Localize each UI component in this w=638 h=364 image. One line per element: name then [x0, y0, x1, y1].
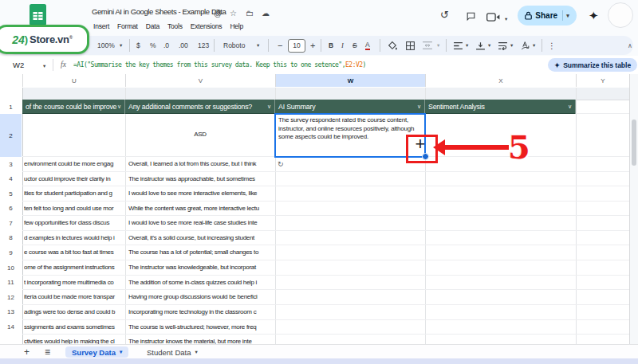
horizontal-align-caret-icon[interactable]: ▾ — [466, 36, 468, 55]
column-header-w[interactable]: W — [276, 74, 426, 87]
vertical-scrollbar[interactable] — [629, 74, 638, 344]
vertical-align-caret-icon[interactable]: ▾ — [488, 36, 490, 55]
zoom-caret-icon[interactable]: ▾ — [120, 36, 122, 55]
row-12[interactable]: iteria could be made more transpar Havin… — [22, 290, 629, 305]
column-header-y[interactable]: Y — [577, 74, 630, 87]
menu-data[interactable]: Data — [146, 22, 160, 30]
star-icon[interactable]: ☆ — [230, 9, 237, 18]
name-box-caret-icon[interactable]: ▾ — [43, 63, 45, 69]
row-number[interactable]: 6 — [0, 205, 22, 212]
row-4[interactable]: uctor could improve their clarity in The… — [22, 172, 629, 186]
labels-icon[interactable]: @ — [214, 9, 222, 18]
collapse-toolbar-icon[interactable]: ∧ — [628, 36, 632, 55]
row-number[interactable]: 8 — [0, 234, 22, 241]
fill-color-icon[interactable] — [388, 36, 398, 55]
name-box[interactable]: W2 — [13, 61, 24, 69]
text-rotation-icon[interactable] — [520, 36, 530, 55]
merge-cells-icon[interactable] — [422, 36, 433, 55]
gemini-sparkle-icon[interactable]: ✦ — [589, 9, 599, 23]
column-header-v[interactable]: V — [126, 74, 276, 87]
row-7[interactable]: few opportunities for class discus I wou… — [22, 216, 629, 231]
row-number[interactable]: 3 — [0, 161, 22, 168]
row-number[interactable]: 13 — [0, 308, 22, 315]
move-folder-icon[interactable]: 🗀 — [246, 9, 254, 18]
menu-format[interactable]: Format — [117, 22, 138, 30]
row-number[interactable]: 9 — [0, 249, 22, 256]
meet-camera-icon[interactable] — [486, 13, 500, 22]
tab-student-data[interactable]: Student Data▾ — [140, 346, 204, 358]
select-all-corner[interactable] — [0, 74, 23, 87]
row-10[interactable]: ome of the assignment instructions The i… — [22, 260, 629, 276]
row-11[interactable]: t incorporating more multimedia co The a… — [22, 276, 629, 290]
strikethrough-button[interactable]: S — [352, 36, 357, 55]
row-number[interactable]: 14 — [0, 323, 22, 331]
font-size-input[interactable]: 10 — [288, 36, 305, 55]
vertical-align-icon[interactable] — [475, 36, 486, 55]
currency-format-button[interactable]: $ — [136, 36, 140, 55]
header-cell-u1[interactable]: of the course could be improve∨ — [22, 100, 125, 114]
comment-icon[interactable] — [466, 11, 476, 22]
row-8[interactable]: d examples in lectures would help i Over… — [22, 231, 629, 245]
row-14[interactable]: ssignments and exams sometimes The cours… — [22, 320, 629, 335]
row-3[interactable]: environment could be more engag Overall,… — [22, 157, 629, 172]
row-6[interactable]: ten felt too long and could use mor Whil… — [22, 202, 629, 216]
row-number[interactable]: 4 — [0, 175, 22, 182]
menu-extensions[interactable]: Extensions — [191, 22, 223, 30]
row-5[interactable]: ities for student participation and g I … — [22, 186, 629, 202]
fill-handle[interactable] — [422, 153, 429, 160]
camera-caret-icon[interactable]: ▾ — [505, 14, 507, 24]
header-cell-x1[interactable]: Sentiment Analysis∨ — [425, 100, 576, 114]
increase-font-size-button[interactable]: + — [310, 36, 315, 55]
avatar[interactable] — [608, 2, 633, 28]
row-number[interactable]: 10 — [0, 264, 22, 272]
more-toolbar-icon[interactable]: ⋮ — [548, 36, 556, 55]
percent-format-button[interactable]: % — [150, 36, 156, 55]
filter-chevron-icon: ∨ — [417, 100, 421, 114]
menu-insert[interactable]: Insert — [93, 22, 109, 30]
text-wrap-icon[interactable] — [498, 36, 508, 55]
selected-cell-w2[interactable]: The survey respondent rated the course c… — [274, 113, 426, 158]
row-number[interactable]: 12 — [0, 294, 22, 301]
column-header-u[interactable]: U — [23, 74, 126, 87]
horizontal-align-icon[interactable] — [453, 36, 463, 55]
text-rotation-caret-icon[interactable]: ▾ — [533, 36, 535, 55]
formula-input[interactable]: =AI("Summarise the key themes from this … — [73, 61, 366, 68]
tab-survey-data[interactable]: Survey Data▾ — [65, 346, 128, 358]
menu-help[interactable]: Help — [230, 22, 243, 30]
row-15[interactable]: ctivities would help in making the cl Th… — [22, 335, 629, 344]
version-history-icon[interactable]: ↺ — [440, 10, 449, 20]
row-number[interactable]: 11 — [0, 279, 22, 286]
row-number[interactable]: 1 — [0, 104, 22, 111]
bold-button[interactable]: B — [329, 36, 333, 55]
row-number[interactable]: 5 — [0, 190, 22, 198]
font-select[interactable]: Roboto — [223, 36, 245, 55]
sheets-logo-icon[interactable] — [30, 4, 46, 25]
row-9[interactable]: e course was a bit too fast at times The… — [22, 245, 629, 260]
share-caret-icon[interactable]: ▾ — [566, 13, 569, 19]
text-color-button[interactable]: A — [365, 36, 370, 55]
increase-decimals-button[interactable]: .00 — [179, 36, 188, 55]
share-button[interactable]: Share ▾ — [518, 6, 577, 25]
scrollbar-thumb[interactable] — [632, 119, 636, 166]
zoom-select[interactable]: 100% — [97, 36, 115, 55]
doc-title[interactable]: Gemini AI in Google Sheets - Example Dat… — [92, 7, 226, 16]
add-sheet-icon[interactable]: + — [24, 346, 30, 358]
italic-button[interactable]: I — [341, 36, 344, 55]
header-cell-w1[interactable]: AI Summary∨ — [275, 100, 425, 114]
decrease-decimals-button[interactable]: .0 — [163, 36, 169, 55]
header-cell-v1[interactable]: Any additional comments or suggestions?∨ — [125, 100, 275, 114]
all-sheets-icon[interactable]: ≡ — [45, 346, 50, 358]
row-number-selected[interactable]: 2 — [0, 114, 22, 157]
row-number[interactable]: 7 — [0, 220, 22, 227]
summarize-table-button[interactable]: ✦Summarize this table — [548, 58, 637, 72]
more-formats-button[interactable]: 123 — [198, 36, 209, 55]
decrease-font-size-button[interactable]: − — [278, 36, 282, 55]
column-header-x[interactable]: X — [426, 74, 577, 87]
text-wrap-caret-icon[interactable]: ▾ — [510, 36, 513, 55]
menu-tools[interactable]: Tools — [167, 22, 183, 30]
row-13[interactable]: adings were too dense and could b Incorp… — [22, 305, 629, 320]
font-caret-icon[interactable]: ▾ — [257, 36, 259, 55]
merge-caret-icon[interactable]: ▾ — [437, 36, 439, 55]
cell-v2[interactable]: ASD — [125, 131, 275, 138]
borders-icon[interactable] — [405, 36, 415, 55]
